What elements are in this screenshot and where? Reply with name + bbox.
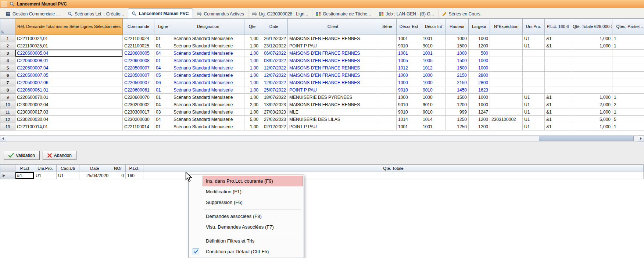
- cell-p_lct[interactable]: &1: [545, 101, 571, 108]
- row-number[interactable]: 13: [0, 123, 15, 130]
- cell-hauteur[interactable]: 2150: [446, 72, 469, 79]
- column-header-serie[interactable]: Série: [378, 19, 397, 35]
- column-header-qte[interactable]: Qte: [244, 19, 260, 35]
- row-selector[interactable]: [0, 172, 15, 179]
- cell-largeur[interactable]: 1247: [469, 108, 490, 116]
- cell-date[interactable]: 08/07/2022: [260, 57, 288, 64]
- column-header-p_lct[interactable]: P.Lct. 160 6: [545, 19, 571, 35]
- cell-decor_ext[interactable]: 1000: [397, 94, 421, 101]
- cell-decor_ext[interactable]: 9010: [397, 42, 421, 50]
- tab-s-ries-en-cours[interactable]: Séries en Cours: [438, 9, 484, 18]
- cell-uni_pro[interactable]: U1: [523, 35, 545, 42]
- cell-cad_uti[interactable]: U1: [57, 172, 79, 179]
- cell-ref[interactable]: C221100014,01: [15, 123, 123, 130]
- cell-designation[interactable]: Scénario Standard Menuiserie: [172, 123, 244, 130]
- cell-client[interactable]: MENUISERIE DES PYRENEES: [288, 94, 378, 101]
- cell-p_lct[interactable]: [545, 64, 571, 72]
- cell-qtes_partielles[interactable]: 1: [612, 108, 644, 116]
- column-header-qte_totale[interactable]: Qté. Totale: [143, 165, 644, 172]
- tab-lig-c230300028-lign[interactable]: Lig. C230300028 : Lign...: [248, 9, 312, 18]
- cell-uni_pro[interactable]: U1: [523, 94, 545, 101]
- cell-ref[interactable]: C220600008,01: [15, 57, 123, 64]
- row-number[interactable]: 12: [0, 116, 15, 123]
- cell-uni_pro[interactable]: U1: [34, 172, 57, 179]
- menu-item-modification-f1[interactable]: Modification (F1): [189, 186, 303, 197]
- row-number[interactable]: 8: [0, 86, 15, 94]
- cell-n_expedition[interactable]: [490, 123, 523, 130]
- cell-qtes_partielles[interactable]: 5: [612, 116, 644, 123]
- cell-qtes_partielles[interactable]: [612, 50, 644, 57]
- cell-client[interactable]: POINT P PAU: [288, 123, 378, 130]
- cell-qte[interactable]: 1,00: [244, 123, 260, 130]
- cell-p_lct[interactable]: &1: [15, 172, 34, 179]
- row-number[interactable]: 4: [0, 57, 15, 64]
- cell-hauteur[interactable]: 2150: [446, 79, 469, 86]
- cell-designation[interactable]: Scénario Standard Menuiserie: [172, 108, 244, 116]
- cell-hauteur[interactable]: 1000: [446, 35, 469, 42]
- cell-commande[interactable]: C220500007: [123, 72, 154, 79]
- cell-ref[interactable]: C230200002,04: [15, 101, 123, 108]
- cell-n_expedition[interactable]: [490, 57, 523, 64]
- cell-largeur[interactable]: 1000: [469, 57, 490, 64]
- cell-client[interactable]: MAISONS D'EN FRANCE RENNES: [288, 64, 378, 72]
- tab-gestionnaire-de-t-che[interactable]: Gestionnaire de Tâche...: [312, 9, 375, 18]
- column-header-nor[interactable]: NOr: [110, 165, 126, 172]
- cell-p_lct[interactable]: [545, 72, 571, 79]
- cell-commande[interactable]: C221100025: [123, 42, 154, 50]
- cell-p_lct[interactable]: &1: [545, 123, 571, 130]
- cell-hauteur[interactable]: 1500: [446, 64, 469, 72]
- cell-qtes_partielles[interactable]: 2: [612, 101, 644, 108]
- cell-qte_totale[interactable]: 1,000: [571, 42, 612, 50]
- cell-ligne[interactable]: 06: [154, 79, 172, 86]
- cell-n_expedition[interactable]: 2303100002: [490, 116, 523, 123]
- cell-largeur[interactable]: 1200: [469, 123, 490, 130]
- cell-qte[interactable]: 1,00: [244, 86, 260, 94]
- cell-uni_pro[interactable]: U1: [523, 116, 545, 123]
- cell-qte_totale[interactable]: [571, 57, 612, 64]
- cell-ligne[interactable]: 04: [154, 64, 172, 72]
- column-header-decor_ext[interactable]: Décor Ext: [397, 19, 421, 35]
- column-header-designation[interactable]: Désignation: [172, 19, 244, 35]
- cell-serie[interactable]: [378, 42, 397, 50]
- cell-ligne[interactable]: 04: [154, 50, 172, 57]
- cell-client[interactable]: MAISONS D'EN FRANCE RENNES: [288, 79, 378, 86]
- cell-date[interactable]: 25/07/2022: [260, 86, 288, 94]
- cell-largeur[interactable]: 1000: [469, 35, 490, 42]
- cell-date[interactable]: 23/12/2022: [260, 42, 288, 50]
- cell-uni_pro[interactable]: [523, 72, 545, 79]
- menu-item-condition-par-d-faut-ctrl-f5[interactable]: Condition par Défaut (Ctrl-F5): [189, 246, 303, 257]
- column-header-uni_pro[interactable]: Uni.Pro.: [34, 165, 57, 172]
- column-header-qtes_partielles[interactable]: Qtés. Partiel...: [612, 19, 644, 35]
- cell-qte[interactable]: 5,00: [244, 116, 260, 123]
- cell-p_lct[interactable]: &1: [545, 116, 571, 123]
- cell-qte_totale[interactable]: [571, 50, 612, 57]
- cell-decor_int[interactable]: 1001: [421, 35, 446, 42]
- cell-ref[interactable]: C220600005,04: [15, 50, 123, 57]
- cell-hauteur[interactable]: 1250: [446, 116, 469, 123]
- cell-serie[interactable]: [378, 101, 397, 108]
- cell-ref[interactable]: C220600061,01: [15, 86, 123, 94]
- abandon-button[interactable]: Abandon: [43, 151, 76, 160]
- cell-largeur[interactable]: 1200: [469, 116, 490, 123]
- cell-serie[interactable]: [378, 79, 397, 86]
- tab-job-lan-gen-b-g[interactable]: Job : LAN-GEN : (B) G...: [375, 9, 438, 18]
- cell-qtes_partielles[interactable]: [612, 86, 644, 94]
- cell-date[interactable]: 26/12/2022: [260, 35, 288, 42]
- cell-designation[interactable]: Scénario Standard Menuiserie: [172, 57, 244, 64]
- cell-decor_ext[interactable]: 1000: [397, 72, 421, 79]
- cell-largeur[interactable]: 2800: [469, 72, 490, 79]
- cell-n_expedition[interactable]: [490, 79, 523, 86]
- cell-ligne[interactable]: 01: [154, 57, 172, 64]
- cell-p_lct[interactable]: [545, 79, 571, 86]
- cell-ref[interactable]: C220500007,06: [15, 79, 123, 86]
- column-header-n_expedition[interactable]: N°Expédition: [490, 19, 523, 35]
- cell-nor[interactable]: 0: [110, 172, 126, 179]
- cell-serie[interactable]: [378, 64, 397, 72]
- column-header-decor_int[interactable]: Décor Int: [421, 19, 446, 35]
- cell-qte[interactable]: 1,00: [244, 79, 260, 86]
- cell-designation[interactable]: Scénario Standard Menuiserie: [172, 42, 244, 50]
- cell-client[interactable]: POINT P PAU: [288, 86, 378, 94]
- cell-decor_int[interactable]: 9010: [421, 101, 446, 108]
- row-number[interactable]: 2: [0, 42, 15, 50]
- cell-ref[interactable]: C220500007,05: [15, 72, 123, 79]
